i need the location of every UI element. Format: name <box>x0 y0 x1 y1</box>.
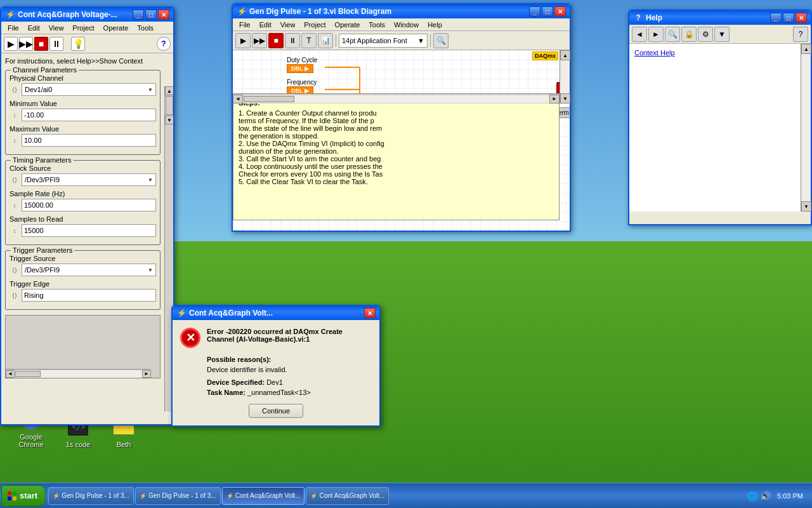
svg-rect-12 <box>13 491 16 495</box>
stop-button[interactable]: ■ <box>34 37 48 51</box>
gen-help-menu[interactable]: Help <box>424 20 446 30</box>
help-window: ? Help _ □ ✕ ◄ ► 🔍 🔒 ⚙ ▼ ? Context Help <box>628 10 812 225</box>
samples-to-read-input[interactable] <box>22 224 156 237</box>
sample-rate-input[interactable] <box>22 199 156 211</box>
physical-channel-select[interactable]: Dev1/ai0 ▼ <box>22 83 156 96</box>
gen-pause-btn[interactable]: ⏸ <box>285 33 300 48</box>
help-close-btn[interactable]: ✕ <box>796 13 807 23</box>
gen-run-btn[interactable]: ▶ <box>235 33 251 48</box>
trigger-edge-indicator: ⟨⟩ <box>10 290 20 300</box>
gen-window-menu[interactable]: Window <box>390 20 422 30</box>
titlebar-left: ⚡ Cont Acq&Graph Voltage-... <box>5 10 117 20</box>
gen-project-menu[interactable]: Project <box>300 20 329 30</box>
help-instruction: For instructions, select Help>>Show Cont… <box>5 57 160 65</box>
help-search-btn[interactable]: 🔍 <box>665 27 680 42</box>
edit-menu[interactable]: Edit <box>24 23 44 33</box>
gen-text-btn[interactable]: T <box>301 33 317 48</box>
diagram-vscroll: ▲ ▼ <box>560 50 570 104</box>
trigger-edge-input[interactable] <box>22 289 156 302</box>
diag-scroll-left[interactable]: ◄ <box>233 95 243 104</box>
gen-file-menu[interactable]: File <box>235 20 254 30</box>
help-more-btn[interactable]: ▼ <box>714 27 730 42</box>
file-menu[interactable]: File <box>4 23 23 33</box>
daqmx-badge-top: DAQmx <box>532 51 558 60</box>
taskbar-item-3[interactable]: ⚡ Cont Acq&Graph Volt... <box>306 487 389 505</box>
svg-rect-14 <box>13 497 16 500</box>
gen-minimize-btn[interactable]: _ <box>529 6 540 17</box>
font-selector[interactable]: 14pt Application Font ▼ <box>339 34 428 48</box>
step4-text: the generation is stopped. <box>239 132 554 140</box>
operate-menu[interactable]: Operate <box>100 23 133 33</box>
gen-operate-menu[interactable]: Operate <box>331 20 364 30</box>
help-lock-btn[interactable]: 🔒 <box>681 27 697 42</box>
diag-scroll-down[interactable]: ▼ <box>560 93 570 104</box>
close-button[interactable]: ✕ <box>158 10 169 20</box>
run-cont-button[interactable]: ▶▶ <box>19 37 33 51</box>
gen-edit-menu[interactable]: Edit <box>256 20 275 30</box>
task-name-row: Task Name: _unnamedTask<13> <box>207 389 372 396</box>
gen-stop-toolbar-btn[interactable]: ■ <box>268 33 284 48</box>
help-fwd-btn[interactable]: ► <box>648 27 664 42</box>
min-indicator: ↕ <box>10 110 20 120</box>
help-back-btn[interactable]: ◄ <box>632 27 647 42</box>
gen-view-menu[interactable]: View <box>277 20 299 30</box>
clock-source-select[interactable]: /Dev3/PFI9 ▼ <box>22 173 156 186</box>
continue-button[interactable]: Continue <box>249 404 303 418</box>
reason-text: Device identifier is invalid. <box>207 366 287 373</box>
sample-rate-field: Sample Rate (Hz) ↕ <box>10 190 156 211</box>
start-button[interactable]: start <box>1 485 46 507</box>
max-value-input[interactable] <box>22 134 156 147</box>
samples-to-read-field: Samples to Read ↕ <box>10 215 156 237</box>
gen-tools-menu[interactable]: Tools <box>365 20 389 30</box>
sample-rate-input-row: ↕ <box>10 199 156 211</box>
help-maximize-btn[interactable]: □ <box>783 13 794 23</box>
help-scroll-up[interactable]: ▲ <box>801 44 811 54</box>
gen-graph-btn[interactable]: 📊 <box>318 33 333 48</box>
diag-hscroll-thumb[interactable] <box>244 96 294 102</box>
help-link[interactable]: Context Help <box>634 49 806 57</box>
run-button[interactable]: ▶ <box>4 37 18 51</box>
samples-to-read-input-row: ↕ <box>10 224 156 237</box>
help-content: Context Help ▲ ▼ <box>629 44 811 211</box>
scroll-thumb-v[interactable] <box>166 96 173 115</box>
zoom-btn[interactable]: 🔍 <box>433 33 449 48</box>
scroll-left-btn[interactable]: ◄ <box>6 370 15 378</box>
help-scroll-down[interactable]: ▼ <box>801 201 811 211</box>
min-value-input[interactable] <box>22 109 156 121</box>
help-toolbar: ◄ ► 🔍 🔒 ⚙ ▼ ? <box>629 25 811 44</box>
taskbar-item-0[interactable]: ⚡ Gen Dig Pulse - 1 of 3... <box>48 487 134 505</box>
scroll-down-btn[interactable]: ▼ <box>165 116 173 124</box>
taskbar-item-1[interactable]: ⚡ Gen Dig Pulse - 1 of 3... <box>135 487 221 505</box>
project-menu[interactable]: Project <box>69 23 98 33</box>
help-minimize-btn[interactable]: _ <box>770 13 782 23</box>
help-icon: ? <box>633 13 643 23</box>
pause-button[interactable]: ⏸ <box>49 37 63 51</box>
diag-scroll-right[interactable]: ► <box>549 95 560 104</box>
sample-rate-label: Sample Rate (Hz) <box>10 190 156 197</box>
help-button[interactable]: ? <box>157 37 171 51</box>
gen-close-btn[interactable]: ✕ <box>554 6 566 17</box>
taskbar: start ⚡ Gen Dig Pulse - 1 of 3... ⚡ Gen … <box>0 483 812 508</box>
error-close-btn[interactable]: ✕ <box>364 308 376 318</box>
minimize-button[interactable]: _ <box>133 10 144 20</box>
tools-menu[interactable]: Tools <box>133 23 157 33</box>
max-value-input-row: ↕ <box>10 134 156 147</box>
diag-scroll-up[interactable]: ▲ <box>560 50 570 60</box>
scroll-right-btn[interactable]: ► <box>142 370 151 378</box>
gen-runcont-btn[interactable]: ▶▶ <box>252 33 267 48</box>
help-question-btn[interactable]: ? <box>793 27 808 42</box>
scroll-up-btn[interactable]: ▲ <box>165 86 173 95</box>
scroll-thumb-h[interactable] <box>15 371 41 377</box>
taskbar-item-2[interactable]: ⚡ Cont Acq&Graph Volt... <box>222 487 305 505</box>
trigger-source-select[interactable]: /Dev3/PFI9 ▼ <box>22 264 156 276</box>
gen-maximize-btn[interactable]: □ <box>542 6 553 17</box>
duty-cycle-box: DBL ▶ <box>287 64 313 73</box>
error-header: ✕ Error -200220 occurred at DAQmx Create… <box>180 328 372 348</box>
lightbulb-button[interactable]: 💡 <box>71 37 85 51</box>
help-scroll-track <box>801 54 811 201</box>
help-settings-btn[interactable]: ⚙ <box>698 27 713 42</box>
help-titlebar: ? Help _ □ ✕ <box>629 11 811 25</box>
view-menu[interactable]: View <box>45 23 68 33</box>
error-dialog-title: Cont Acq&Graph Volt... <box>189 309 273 318</box>
maximize-button[interactable]: □ <box>145 10 157 20</box>
